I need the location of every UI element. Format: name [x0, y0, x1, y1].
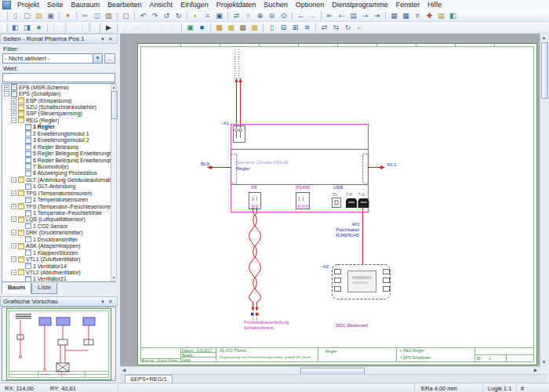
drawing-canvas[interactable]: -A1 Siemens Climatix 630-00 Regler -BL5 … [120, 34, 540, 366]
preview-body[interactable] [2, 307, 116, 381]
cabinet-icon[interactable]: ▯ [267, 23, 277, 33]
undo-icon[interactable]: ↶ [138, 11, 148, 21]
layers-icon[interactable]: ▤ [436, 11, 446, 21]
favorite-icon[interactable]: ★ [34, 23, 44, 33]
line-tool-icon[interactable]: ╱ [121, 23, 131, 33]
vertical-scrollbar[interactable]: ▲ ▼ [540, 34, 547, 366]
tree-item[interactable]: 1 Temperatur-/Feuchtefühler [2, 209, 115, 216]
tree-item[interactable]: 1 Regler [2, 124, 115, 130]
collapse-icon[interactable]: − [11, 118, 16, 123]
mirror-icon[interactable]: ⇆ [331, 23, 341, 33]
symbol-lib-icon[interactable]: ▩ [214, 23, 224, 33]
page-back-icon[interactable]: ◧ [10, 23, 20, 33]
menu-item-bearbeiten[interactable]: Bearbeiten [104, 0, 146, 10]
vertical-scroll-thumb[interactable] [541, 42, 548, 99]
tree-item[interactable]: 5 Regler Belegung Erweiterungsmodul 1 [2, 150, 115, 156]
horizontal-scrollbar[interactable]: ◀ ▶ [120, 366, 540, 374]
back-icon[interactable]: ← [296, 11, 306, 21]
redo-list-icon[interactable]: ↻ [173, 11, 184, 21]
next-page-icon[interactable]: ⇢ [360, 11, 370, 21]
terminal-icon[interactable]: ⊟ [278, 23, 289, 33]
collapse-icon[interactable]: − [11, 216, 16, 222]
tree-item[interactable]: +ESP (Einspeisung) [2, 97, 115, 103]
component-icon[interactable]: ◧ [448, 11, 458, 21]
tree-item[interactable]: 1 CO2 Sensor [2, 223, 115, 229]
swap-icon[interactable]: ⇄ [319, 23, 329, 33]
panel-pin-icon[interactable]: ▾ [99, 34, 107, 43]
monitor-icon[interactable]: ▣ [214, 11, 224, 21]
collapse-icon[interactable]: − [11, 177, 16, 183]
arc-tool-icon[interactable]: ◠ [168, 23, 178, 33]
wert-input[interactable] [2, 73, 115, 82]
symbol-new-icon[interactable]: ▩ [238, 23, 248, 33]
hash-icon[interactable]: # [413, 11, 423, 21]
menu-item-optionen[interactable]: Optionen [292, 0, 329, 10]
tree-item[interactable]: 1 Temperatursensoren [2, 196, 115, 202]
refresh-icon[interactable]: ⇄ [231, 11, 242, 21]
tree-item[interactable]: +SZU (Schaltschrankzubehör) [2, 103, 115, 110]
collapse-icon[interactable]: − [11, 191, 16, 196]
collapse-icon[interactable]: − [11, 243, 16, 249]
align-left-icon[interactable]: ▏ [51, 23, 61, 33]
polygon-tool-icon[interactable]: ◇ [156, 23, 166, 33]
tree-item[interactable]: −VTL1 (Zuluftventilator) [2, 256, 115, 262]
menu-item-suchen[interactable]: Suchen [260, 0, 292, 10]
tree-item[interactable]: −TFS (Temperatur-/Feuchtesensoren) [2, 203, 115, 209]
macro-icon[interactable]: ■ [197, 23, 207, 33]
menu-item-bauraum[interactable]: Bauraum [67, 0, 104, 10]
expand-icon[interactable]: + [11, 98, 16, 103]
rotate-icon[interactable]: ↻ [343, 23, 353, 33]
menu-item-dienstprogramme[interactable]: Dienstprogramme [328, 0, 392, 10]
zoom-icon[interactable]: ○ [243, 11, 253, 21]
toolbar-grip[interactable] [3, 12, 8, 20]
collapse-icon[interactable]: − [4, 91, 9, 96]
preview-panel-header[interactable]: Grafische Vorschau ▾ ✕ [0, 296, 118, 307]
tree-item[interactable]: 1 Drucktransmitter [2, 236, 115, 242]
tree-item[interactable]: 1 Klappen/Stutzen [2, 249, 115, 256]
tree-item[interactable]: −EPS (Schaltplan) [2, 90, 115, 96]
distribute-icon[interactable]: ▍ [86, 23, 96, 33]
tree-item[interactable]: −GLT (Anbindung Gebäudeautomation) [2, 176, 115, 183]
table-icon[interactable]: ▦ [401, 11, 411, 21]
menu-item-projekt[interactable]: Projekt [13, 0, 43, 10]
tree-item[interactable]: 3 Erweiterungsmodul 2 [2, 137, 115, 143]
menu-item-einfügen[interactable]: Einfügen [176, 0, 213, 10]
tree-item[interactable]: +SSP (Steuerspannung) [2, 111, 115, 117]
paste-icon[interactable]: ▥ [104, 11, 114, 21]
tree-item[interactable]: 8 Abzweigung Prozessbus [2, 170, 115, 176]
open-project-icon[interactable]: ▤ [34, 11, 44, 21]
tree-item[interactable]: 2 Erweiterungsmodul 1 [2, 130, 115, 136]
rect-tool-icon[interactable]: ▭ [133, 23, 143, 33]
tree-item[interactable]: 1 Ventilator14 [2, 263, 115, 269]
first-page-icon[interactable]: ⇤ [325, 11, 335, 21]
zoom-in-icon[interactable]: ⊕ [255, 11, 265, 21]
pages-panel-header[interactable]: Seiten - Ronal Pharma Pos.1 ▾ ✕ [0, 34, 118, 44]
panel-close-icon[interactable]: ✕ [107, 297, 115, 306]
undo-list-icon[interactable]: ↺ [162, 11, 172, 21]
page-forward-icon[interactable]: ◨ [22, 23, 32, 33]
collapse-icon[interactable]: − [11, 204, 16, 209]
list-icon[interactable]: ≡ [202, 11, 213, 21]
tree-item[interactable]: −LQS (Luftqualitätsensor) [2, 216, 115, 223]
collapse-icon[interactable]: − [11, 230, 16, 235]
chevron-down-icon[interactable]: ▼ [93, 54, 102, 63]
copy-icon[interactable]: ◫ [92, 11, 102, 21]
tree-item[interactable]: 6 Regler Belegung Erweiterungsmodul 2 [2, 157, 115, 163]
pages-tree[interactable]: +EFB (MSR-Schema)−EPS (Schaltplan)+ESP (… [2, 83, 116, 282]
symbol-edit-icon[interactable]: ▩ [249, 23, 260, 33]
tree-scrollbar[interactable]: ▲▼ [111, 84, 117, 281]
zoom-out-icon[interactable]: ⊖ [267, 11, 277, 21]
zoom-window-icon[interactable]: ⊙ [278, 11, 289, 21]
redo-icon[interactable]: ↷ [150, 11, 160, 21]
page-list-icon[interactable]: ▤ [348, 11, 358, 21]
tree-item[interactable]: −VTL2 (Abluftventilator) [2, 269, 115, 275]
circle-tool-icon[interactable]: ○ [144, 23, 155, 33]
tree-item[interactable]: −DRK (Drucktransmitter) [2, 230, 115, 236]
plc-icon[interactable]: ⊞ [290, 23, 300, 33]
tree-item[interactable]: +EFB (MSR-Schema) [2, 84, 115, 90]
image-icon[interactable]: ▣ [185, 23, 195, 33]
new-project-icon[interactable]: ▢ [22, 11, 32, 21]
prev-page-icon[interactable]: ⇠ [336, 11, 347, 21]
forward-icon[interactable]: → [307, 11, 318, 21]
tree-item[interactable]: 1 GLT-Anbindung [2, 183, 115, 190]
